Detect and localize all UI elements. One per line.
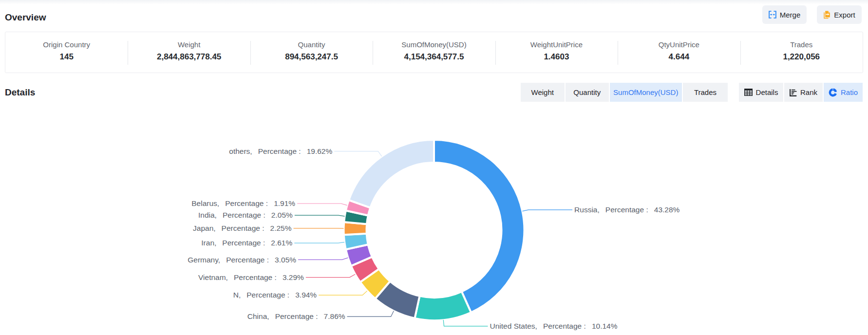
svg-text:Belarus, Percentage : 1.91%: Belarus, Percentage : 1.91%	[191, 199, 295, 207]
svg-text:Japan, Percentage : 2.25%: Japan, Percentage : 2.25%	[193, 224, 292, 232]
svg-text:China, Percentage : 7.86%: China, Percentage : 7.86%	[247, 312, 345, 320]
svg-text:others, Percentage : 19.62%: others, Percentage : 19.62%	[229, 147, 332, 155]
svg-text:United States, Percentage :: United States, Percentage : 10.14%	[490, 322, 618, 330]
svg-text:India, Percentage : 2.05%: India, Percentage : 2.05%	[198, 211, 293, 219]
svg-text:Iran, Percentage : 2.61%: Iran, Percentage : 2.61%	[201, 239, 292, 247]
svg-text:N, Percentage : 3.94%: N, Percentage : 3.94%	[233, 291, 317, 299]
svg-text:Russia, Percentage : 43.28%: Russia, Percentage : 43.28%	[574, 205, 679, 214]
svg-text:Vietnam, Percentage : 3.29%: Vietnam, Percentage : 3.29%	[198, 273, 304, 281]
svg-text:Germany, Percentage : 3.05%: Germany, Percentage : 3.05%	[188, 256, 296, 264]
